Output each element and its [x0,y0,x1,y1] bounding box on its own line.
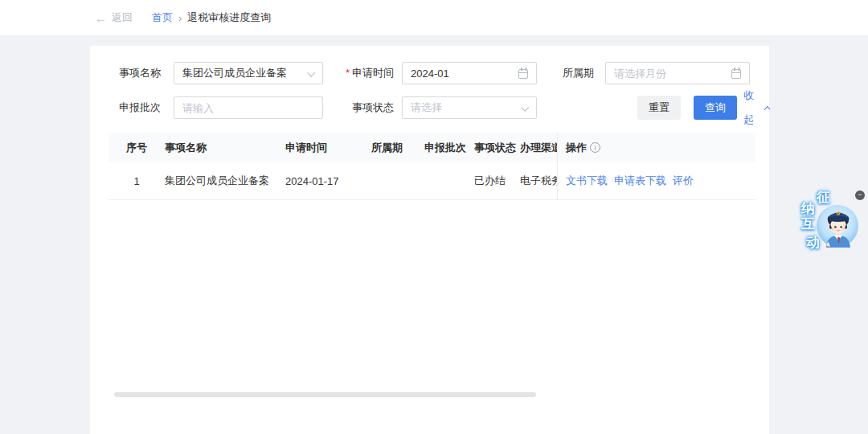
apply-time-label: *申请时间 [336,62,394,84]
collapse-label: 收起 [743,84,761,132]
col-header-batch: 申报批次 [424,141,474,155]
apply-time-picker[interactable] [402,62,537,84]
results-table: 序号 事项名称 申请时间 所属期 申报批次 事项状态 办理渠道 操作 i 1 集… [108,133,755,200]
page: { "colors": { "accent": "#3d7ee8", "link… [0,0,868,434]
cell-actions: 文书下载 申请表下载 评价 [557,162,755,199]
form-download-link[interactable]: 申请表下载 [614,174,666,188]
calendar-icon [518,69,528,79]
chevron-down-icon [307,69,315,77]
search-button[interactable]: 查询 [694,96,737,120]
breadcrumb: 首页 › 退税审核进度查询 [152,10,271,25]
cell-time: 2024-01-17 [285,175,371,187]
batch-input-box[interactable] [174,96,323,119]
col-header-seq: 序号 [108,141,165,155]
cell-status: 已办结 [474,174,520,188]
required-mark: * [346,67,350,79]
col-header-period: 所属期 [371,141,424,155]
apply-time-input[interactable] [411,68,514,80]
tax-officer-avatar [815,203,860,248]
cell-channel: 电子税务 [520,174,557,188]
status-label: 事项状态 [336,96,394,119]
doc-download-link[interactable]: 文书下载 [566,174,608,188]
item-name-value: 集团公司成员企业备案 [182,66,287,80]
evaluate-link[interactable]: 评价 [673,174,694,188]
col-header-time: 申请时间 [285,141,371,155]
col-header-status: 事项状态 [474,141,520,155]
item-name-select[interactable]: 集团公司成员企业备案 [174,62,323,84]
calendar-icon [731,69,741,79]
caret-up-icon [764,106,770,113]
item-name-label: 事项名称 [119,62,161,84]
cell-name: 集团公司成员企业备案 [165,174,285,188]
back-arrow-icon: ← [95,11,107,25]
period-label: 所属期 [563,62,594,84]
batch-input[interactable] [182,102,314,114]
collapse-link[interactable]: 收起 [743,96,769,120]
main-card: 事项名称 集团公司成员企业备案 *申请时间 所属期 申报批次 事项状态 请选择 … [90,46,769,434]
table-header-row: 序号 事项名称 申请时间 所属期 申报批次 事项状态 办理渠道 操作 i [108,133,755,162]
col-header-channel: 办理渠道 [520,141,557,155]
assistant-char-zheng: 征 [817,188,830,207]
cell-seq: 1 [108,175,165,187]
assistant-char-dong: 动 [806,233,820,252]
back-label: 返回 [112,10,133,25]
breadcrumb-home[interactable]: 首页 [152,10,173,25]
horizontal-scrollbar[interactable] [114,392,536,397]
col-header-action: 操作 i [557,133,755,162]
info-icon[interactable]: i [590,142,600,153]
page-title: 退税审核进度查询 [187,10,271,25]
status-select[interactable]: 请选择 [402,96,537,119]
assistant-widget[interactable]: − 征 纳 互 动 [800,186,868,263]
breadcrumb-separator: › [178,12,182,24]
breadcrumb-bar: ← 返回 首页 › 退税审核进度查询 [0,0,868,36]
period-picker[interactable] [605,62,750,84]
assistant-minimize-button[interactable]: − [855,190,865,200]
table-row: 1 集团公司成员企业备案 2024-01-17 已办结 电子税务 文书下载 申请… [108,162,755,200]
batch-label: 申报批次 [119,96,161,119]
period-input[interactable] [614,68,727,80]
back-button[interactable]: ← 返回 [95,10,133,25]
col-header-name: 事项名称 [165,141,285,155]
reset-button[interactable]: 重置 [637,96,681,120]
assistant-char-hu: 互 [801,215,815,233]
chevron-down-icon [521,104,529,112]
status-placeholder: 请选择 [411,100,442,115]
